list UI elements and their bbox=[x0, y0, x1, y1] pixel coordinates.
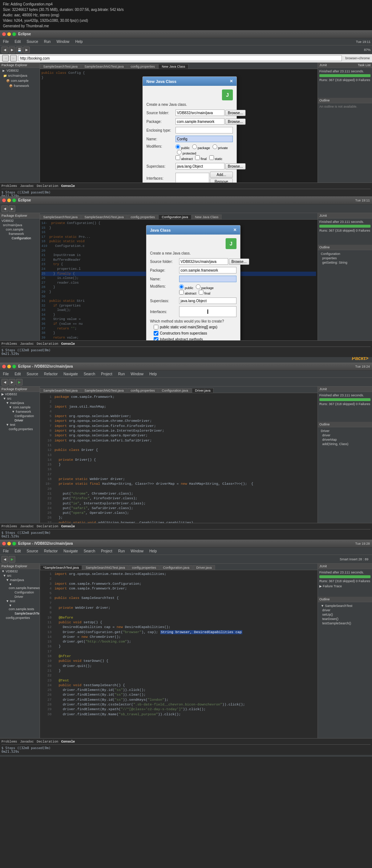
superclass-input-1[interactable] bbox=[175, 163, 225, 169]
tab-samplesearchtest-2[interactable]: SampleSearchTest.java bbox=[40, 215, 81, 219]
max-btn-3[interactable] bbox=[12, 365, 16, 368]
package-input-1[interactable] bbox=[175, 118, 225, 125]
package-input-2[interactable] bbox=[179, 267, 236, 273]
sidebar-test-3[interactable]: ▼ test bbox=[0, 423, 40, 427]
tab-samplesearchngtest-1[interactable]: SampleSearchNGTest.java bbox=[81, 64, 127, 69]
sidebar-main-3[interactable]: ▼ main/java bbox=[0, 401, 40, 405]
sidebar-tree-framework[interactable]: 📦 framework bbox=[0, 83, 40, 88]
menu-window-3[interactable]: Window bbox=[129, 371, 145, 377]
javadoc-tab-4[interactable]: Javadoc bbox=[20, 740, 34, 744]
declaration-tab-3[interactable]: Declaration bbox=[37, 525, 58, 528]
tab-samplesearch-4[interactable]: *SampleSearchTest.java bbox=[40, 565, 82, 570]
sidebar-vdb832-4[interactable]: ▼ VDB832 bbox=[0, 569, 40, 573]
toolbar-btn-forward[interactable]: ▶ bbox=[9, 47, 15, 53]
tab-configuration-4[interactable]: Configuration.java bbox=[160, 565, 193, 570]
javadoc-tab-1[interactable]: Javadoc bbox=[20, 184, 34, 188]
declaration-tab-2[interactable]: Declaration bbox=[37, 342, 58, 346]
sidebar-config-3[interactable]: Configuration bbox=[0, 414, 40, 418]
menu-edit-3[interactable]: Edit bbox=[13, 371, 22, 377]
sidebar-config-4[interactable]: Configuration bbox=[0, 590, 40, 595]
modifier-package-radio-1[interactable] bbox=[192, 144, 197, 149]
dialog-close-icon-2[interactable]: ✕ bbox=[233, 228, 236, 232]
close-btn-2[interactable] bbox=[2, 199, 6, 202]
problems-tab-1[interactable]: Problems bbox=[1, 184, 17, 188]
name-input-2[interactable] bbox=[179, 276, 236, 282]
javadoc-tab-2[interactable]: Javadoc bbox=[20, 342, 34, 346]
sidebar-src-4[interactable]: ▼ src bbox=[0, 573, 40, 578]
declaration-tab-1[interactable]: Declaration bbox=[37, 184, 58, 188]
modifier-public-radio-1[interactable] bbox=[175, 144, 180, 149]
menu-window-4[interactable]: Window bbox=[129, 548, 145, 554]
stub-inherited-cb-2[interactable] bbox=[154, 337, 158, 340]
menu-source-3[interactable]: Source bbox=[25, 371, 40, 377]
modifier-final-cb-2[interactable] bbox=[199, 290, 203, 295]
sidebar-src-3[interactable]: ▼ src bbox=[0, 396, 40, 401]
sidebar-driver-4[interactable]: Driver bbox=[0, 595, 40, 599]
sidebar-framework-3[interactable]: ▼ framework bbox=[0, 409, 40, 414]
modifier-abstract-cb-2[interactable] bbox=[179, 290, 184, 295]
menu-project-4[interactable]: Project bbox=[100, 548, 114, 554]
tab-driver-4[interactable]: Driver.java bbox=[193, 565, 215, 570]
menu-search-3[interactable]: Search bbox=[82, 371, 97, 377]
tab-configprops-4[interactable]: config.properties bbox=[129, 565, 159, 570]
close-btn-1[interactable] bbox=[2, 32, 6, 36]
sidebar-configprops-4[interactable]: config.properties bbox=[0, 616, 40, 620]
menu-source-4[interactable]: Source bbox=[25, 548, 40, 554]
max-btn-2[interactable] bbox=[12, 199, 16, 202]
toolbar-btn-back-2[interactable]: ◀ bbox=[1, 205, 8, 212]
console-tab-1[interactable]: Console bbox=[61, 184, 75, 188]
source-folder-input-2[interactable] bbox=[179, 258, 228, 265]
toolbar-run-4[interactable]: ▶ bbox=[9, 556, 15, 563]
menu-source-1[interactable]: Source bbox=[25, 39, 40, 44]
sidebar-config-file-2[interactable]: Configuration bbox=[0, 236, 40, 240]
javadoc-tab-3[interactable]: Javadoc bbox=[20, 525, 34, 528]
max-btn-1[interactable] bbox=[12, 32, 16, 36]
tab-driver-3[interactable]: Driver.java bbox=[192, 388, 214, 393]
modifier-static-cb-1[interactable] bbox=[209, 155, 214, 160]
menu-run-4[interactable]: Run bbox=[117, 548, 126, 554]
min-btn-4[interactable] bbox=[7, 542, 11, 545]
name-input-1[interactable] bbox=[175, 136, 233, 142]
menu-run-3[interactable]: Run bbox=[117, 371, 126, 377]
min-btn-2[interactable] bbox=[7, 199, 11, 202]
browser-back-btn[interactable]: ◀ bbox=[2, 55, 9, 61]
menu-help-1[interactable]: Help bbox=[74, 39, 84, 44]
sidebar-vdb832-2[interactable]: VDB832 bbox=[0, 219, 40, 223]
toolbar-btn-fwd-2[interactable]: ▶ bbox=[9, 205, 15, 212]
modifier-package-radio-2[interactable] bbox=[196, 284, 201, 289]
tab-ngtest-4[interactable]: SampleSearchNGTest.java bbox=[82, 565, 128, 570]
problems-tab-2[interactable]: Problems bbox=[1, 342, 17, 346]
sidebar-src-2[interactable]: src/main/java bbox=[0, 223, 40, 227]
tab-configprops-2[interactable]: config.properties bbox=[128, 215, 158, 219]
toolbar-btn-4[interactable]: ◀ bbox=[1, 556, 8, 563]
tab-configuration-2[interactable]: Configuration.java bbox=[158, 215, 191, 219]
menu-search-4[interactable]: Search bbox=[82, 548, 97, 554]
console-tab-3[interactable]: Console bbox=[61, 525, 75, 528]
tab-samplesearchtest-1[interactable]: SampleSearchTest.java bbox=[40, 64, 81, 69]
browser-url-input-1[interactable] bbox=[18, 55, 342, 61]
superclass-browse-1[interactable]: Browse... bbox=[225, 163, 246, 169]
tab-config-properties-1[interactable]: config.properties bbox=[128, 64, 158, 69]
package-browse-1[interactable]: Browse... bbox=[225, 119, 246, 125]
min-btn-3[interactable] bbox=[7, 365, 11, 368]
modifier-abstract-cb-1[interactable] bbox=[175, 155, 180, 160]
sidebar-main-4[interactable]: ▼ main/java bbox=[0, 578, 40, 582]
sidebar-samplesearch-4[interactable]: SampleSearchTest bbox=[0, 611, 40, 616]
menu-file-3[interactable]: File bbox=[1, 371, 10, 377]
max-btn-4[interactable] bbox=[12, 542, 16, 545]
close-btn-4[interactable] bbox=[2, 542, 6, 545]
menu-navigate-3[interactable]: Navigate bbox=[62, 371, 79, 377]
problems-tab-3[interactable]: Problems bbox=[1, 525, 17, 528]
menu-refactor-3[interactable]: Refactor bbox=[43, 371, 59, 377]
menu-refactor-4[interactable]: Refactor bbox=[43, 548, 59, 554]
menu-file-1[interactable]: File bbox=[1, 39, 10, 44]
tab-ngtest-2[interactable]: SampleSearchNGTest.java bbox=[81, 215, 127, 219]
modifier-private-radio-1[interactable] bbox=[213, 144, 217, 149]
sidebar-test-4[interactable]: ▼ test bbox=[0, 599, 40, 603]
toolbar-btn-fwd-3[interactable]: ▶ bbox=[9, 379, 15, 385]
tab-samplesearch-3[interactable]: SampleSearchTest.java bbox=[40, 388, 81, 393]
source-folder-input-1[interactable] bbox=[175, 109, 225, 116]
tab-configprops-3[interactable]: config.properties bbox=[128, 388, 158, 393]
menu-window-1[interactable]: Window bbox=[55, 39, 71, 44]
menu-edit-1[interactable]: Edit bbox=[13, 39, 22, 44]
